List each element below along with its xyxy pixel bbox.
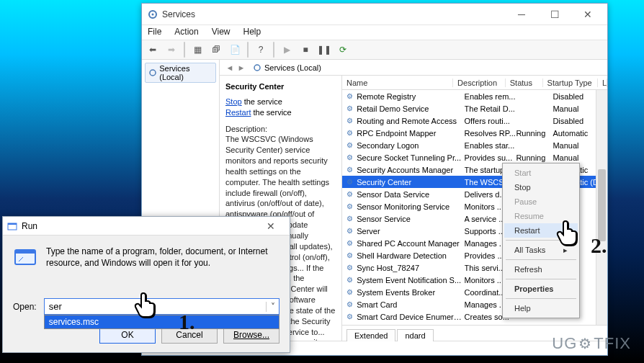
col-logon[interactable]: Log [598,79,607,87]
col-status[interactable]: Status [506,79,543,87]
services-icon [148,9,158,19]
ctx-stop[interactable]: Stop [504,180,578,194]
col-name[interactable]: Name [342,79,453,87]
run-icon-small [7,221,17,231]
watermark: UG⚙TFIX [552,334,631,353]
ctx-help[interactable]: Help [504,301,578,315]
maximize-button[interactable]: ☐ [538,4,571,24]
service-row[interactable]: ⚙Remote RegistryEnables rem...DisabledLo… [342,90,607,102]
gear-icon: ⚙ [345,288,354,296]
stop-button[interactable]: ■ [298,42,313,58]
step-one-label: 1. [179,310,195,334]
gear-icon: ⚙ [345,202,354,210]
toolbar: ⬅ ➡ ▦ 🗊 📄 ? ▶ ■ ❚❚ ⟳ [142,40,607,60]
tab-standard[interactable]: ndard [397,329,433,341]
service-row[interactable]: ⚙Secure Socket Tunneling Pr...Provides s… [342,151,607,163]
gear-icon: ⚙ [345,239,354,247]
service-row[interactable]: ⚙Retail Demo ServiceThe Retail D...Manua… [342,102,607,115]
titlebar[interactable]: Services ─ ☐ ✕ [142,4,607,25]
vertical-scrollbar[interactable] [596,90,607,325]
ctx-resume: Resume [504,209,578,223]
gear-icon: ⚙ [345,215,354,223]
gear-icon [253,63,261,72]
restart-link[interactable]: Restart [225,108,251,117]
menubar[interactable]: File Action View Help [142,25,607,40]
service-row[interactable]: ⚙RPC Endpoint MapperResolves RP...Runnin… [342,127,607,139]
menu-action[interactable]: Action [173,25,200,40]
pane-fwd-icon[interactable]: ► [236,62,247,73]
help-button[interactable]: ? [253,42,269,58]
ctx-start: Start [504,166,578,180]
refresh-button[interactable]: 🗊 [208,42,224,58]
col-description[interactable]: Description [453,79,506,87]
separator [247,42,249,58]
ctx-restart[interactable]: Restart [504,223,578,238]
gear-icon: ⚙ [345,153,354,161]
ctx-pause: Pause [504,194,578,209]
run-dialog: Run ✕ Type the name of a program, folder… [2,216,290,353]
service-row[interactable]: ⚙Routing and Remote AccessOffers routi..… [342,115,607,127]
ctx-sep [506,240,576,241]
svg-rect-7 [15,250,35,254]
ctx-sep [506,298,576,299]
gear-icon: ⚙ [578,335,592,352]
separator [273,42,274,58]
ctx-refresh[interactable]: Refresh [504,262,578,277]
gear-icon: ⚙ [345,178,354,186]
col-startup[interactable]: Startup Type [543,79,598,87]
selected-service-name: Security Center [225,81,336,92]
pause-button[interactable]: ❚❚ [316,42,332,58]
back-button[interactable]: ⬅ [145,42,161,58]
menu-view[interactable]: View [210,25,232,40]
gear-icon: ⚙ [345,141,354,149]
service-row[interactable]: ⚙Secondary LogonEnables star...ManualLoc [342,139,607,151]
dropdown-button[interactable]: ˅ [266,302,279,312]
scrollbar-thumb[interactable] [598,169,606,241]
gear-icon: ⚙ [345,129,354,137]
separator [184,42,185,58]
run-close-button[interactable]: ✕ [256,220,285,232]
tree-node-services-local[interactable]: Services (Local) [145,63,216,83]
ctx-sep [506,279,576,279]
gear-icon [148,68,156,77]
export-button[interactable]: 📄 [227,42,243,58]
details-button[interactable]: ▦ [189,42,205,58]
gear-icon: ⚙ [345,251,354,259]
gear-icon: ⚙ [345,313,354,321]
close-button[interactable]: ✕ [571,4,604,24]
column-headers[interactable]: Name Description Status Startup Type Log [342,76,607,90]
svg-point-2 [150,70,156,76]
run-title-text: Run [22,221,37,231]
window-title: Services [148,9,505,19]
open-input[interactable] [45,299,266,314]
restart-button[interactable]: ⟳ [335,42,351,58]
menu-help[interactable]: Help [242,25,263,40]
ctx-properties[interactable]: Properties [504,282,578,296]
description-label: Description: [225,124,336,135]
stop-link[interactable]: Stop [225,97,242,106]
forward-button[interactable]: ➡ [164,42,179,58]
gear-icon: ⚙ [345,264,354,272]
run-titlebar[interactable]: Run ✕ [3,217,290,236]
pane-back-icon[interactable]: ◄ [224,62,236,73]
minimize-button[interactable]: ─ [505,4,538,24]
restart-suffix: the service [251,108,291,117]
suggestion-item[interactable]: services.msc [45,315,279,328]
svg-rect-5 [8,223,17,225]
ctx-all-tasks[interactable]: All Tasks▸ [504,243,578,257]
svg-point-1 [152,13,154,15]
stop-suffix: the service [242,97,282,106]
menu-file[interactable]: File [146,25,163,40]
suggestion-list[interactable]: services.msc [44,315,279,329]
tab-extended[interactable]: Extended [346,329,395,341]
svg-point-3 [254,65,260,71]
run-icon [13,246,37,270]
open-label: Open: [13,302,37,312]
open-combobox[interactable]: ˅ services.msc [44,298,279,315]
gear-icon: ⚙ [345,166,354,174]
gear-icon: ⚙ [345,92,354,100]
context-menu[interactable]: Start Stop Pause Resume Restart All Task… [502,163,580,318]
pane-tab[interactable]: Services (Local) [251,63,323,72]
service-row[interactable]: ⚙Smart Card Removal PolicyAllows the s..… [342,323,607,325]
play-button[interactable]: ▶ [279,42,295,58]
